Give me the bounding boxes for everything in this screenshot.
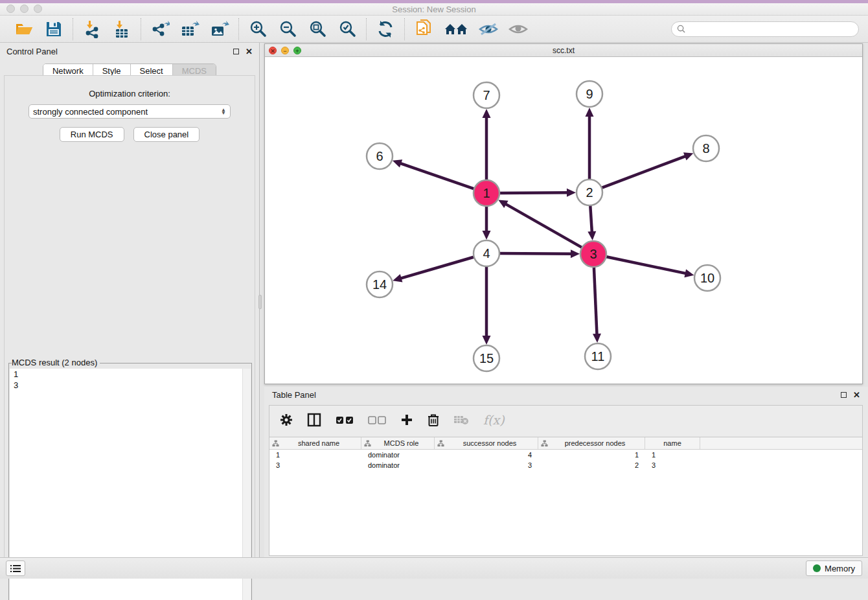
zoom-in-icon[interactable] xyxy=(248,19,268,39)
graph-node-label-14: 14 xyxy=(372,277,387,292)
import-table-icon[interactable] xyxy=(112,19,131,39)
show-all-icon[interactable] xyxy=(508,19,528,39)
graph-edge-arrowhead xyxy=(593,334,601,343)
delete-column-icon[interactable] xyxy=(428,413,439,427)
table-row[interactable]: 1 dominator 4 1 1 xyxy=(269,450,862,460)
graph-edge-1-6[interactable] xyxy=(399,163,475,189)
graph-edge-arrowhead xyxy=(683,152,693,160)
run-mcds-button[interactable]: Run MCDS xyxy=(60,127,124,142)
graph-node-label-7: 7 xyxy=(483,88,490,102)
memory-button[interactable]: Memory xyxy=(806,560,862,576)
cell-shared-name[interactable]: 3 xyxy=(269,460,361,470)
first-neighbors-icon[interactable] xyxy=(444,19,468,39)
network-canvas[interactable]: 7968124314101511 xyxy=(265,57,862,384)
graph-node-label-10: 10 xyxy=(700,271,714,285)
export-image-icon[interactable] xyxy=(210,19,229,39)
maximize-window-button[interactable] xyxy=(34,5,42,13)
close-table-panel-icon[interactable]: ✕ xyxy=(853,391,860,399)
panel-splitter-handle[interactable] xyxy=(258,295,262,309)
graph-edge-arrowhead xyxy=(571,249,580,258)
export-network-icon[interactable] xyxy=(150,19,170,39)
clone-network-icon[interactable] xyxy=(414,19,433,39)
network-close-button[interactable]: ✕ xyxy=(269,47,277,54)
zoom-fit-icon[interactable] xyxy=(308,19,327,39)
graph-node-label-11: 11 xyxy=(591,349,605,363)
network-maximize-button[interactable]: + xyxy=(293,47,301,54)
import-network-icon[interactable] xyxy=(82,19,102,39)
graph-edge-arrowhead xyxy=(567,189,576,197)
criterion-dropdown[interactable]: strongly connected component ▲▼ xyxy=(29,104,231,119)
graph-node-label-4: 4 xyxy=(483,246,490,260)
function-builder-icon[interactable]: f(x) xyxy=(483,413,505,427)
hide-selected-icon[interactable] xyxy=(479,19,498,39)
toolbar-search xyxy=(671,21,859,37)
minimize-window-button[interactable] xyxy=(20,5,29,13)
mcds-panel: Optimization criterion: strongly connect… xyxy=(4,75,255,570)
column-header-successor-nodes[interactable]: successor nodes xyxy=(435,437,538,449)
select-all-icon[interactable] xyxy=(336,416,354,424)
zoom-selected-icon[interactable] xyxy=(337,19,357,39)
cell-mcds-role[interactable]: dominator xyxy=(361,460,435,470)
network-minimize-button[interactable]: − xyxy=(281,47,289,54)
graph-node-label-15: 15 xyxy=(479,351,494,365)
zoom-out-icon[interactable] xyxy=(278,19,297,39)
memory-status-icon xyxy=(813,564,821,572)
float-panel-icon[interactable] xyxy=(233,49,239,54)
float-table-panel-icon[interactable] xyxy=(841,392,847,398)
graph-node-label-6: 6 xyxy=(376,149,383,163)
graph-edge-2-3[interactable] xyxy=(590,204,592,233)
open-file-icon[interactable] xyxy=(14,19,34,39)
cell-name[interactable]: 3 xyxy=(645,460,700,470)
result-line: 3 xyxy=(10,380,251,391)
graph-edge-4-3[interactable] xyxy=(498,253,573,254)
column-view-icon[interactable] xyxy=(307,413,321,427)
cell-predecessor-nodes[interactable]: 1 xyxy=(538,450,645,460)
cell-mcds-role[interactable]: dominator xyxy=(361,450,435,460)
add-column-icon[interactable] xyxy=(400,413,413,426)
graph-edge-arrowhead xyxy=(588,231,596,240)
graph-edge-arrowhead xyxy=(483,109,491,118)
close-panel-icon[interactable]: ✕ xyxy=(246,47,253,56)
window-title: Session: New Session xyxy=(392,5,475,14)
network-window: ✕ − + scc.txt 7968124314101511 xyxy=(264,43,863,384)
window-traffic-lights[interactable] xyxy=(6,5,42,13)
graph-node-label-3: 3 xyxy=(589,247,597,261)
deselect-all-icon[interactable] xyxy=(368,416,386,424)
close-window-button[interactable] xyxy=(6,5,15,13)
cell-successor-nodes[interactable]: 3 xyxy=(435,460,538,470)
graph-edge-arrowhead xyxy=(684,269,694,277)
cell-shared-name[interactable]: 1 xyxy=(269,450,361,460)
main-toolbar xyxy=(0,16,868,43)
graph-edge-4-14[interactable] xyxy=(400,257,475,279)
table-row[interactable]: 3 dominator 3 2 3 xyxy=(269,460,862,470)
network-window-titlebar[interactable]: ✕ − + scc.txt xyxy=(265,44,862,57)
graph-edge-2-8[interactable] xyxy=(600,156,687,188)
graph-edge-3-1[interactable] xyxy=(505,203,584,248)
close-panel-button[interactable]: Close panel xyxy=(133,127,200,142)
node-table: shared name MCDS role successor nodes pr… xyxy=(269,437,862,555)
window-titlebar: Session: New Session xyxy=(0,3,868,16)
save-session-icon[interactable] xyxy=(44,19,63,39)
network-graph[interactable]: 7968124314101511 xyxy=(265,57,862,384)
task-history-button[interactable] xyxy=(6,560,25,576)
cell-predecessor-nodes[interactable]: 2 xyxy=(538,460,645,470)
graph-edge-3-11[interactable] xyxy=(594,266,597,336)
column-header-predecessor-nodes[interactable]: predecessor nodes xyxy=(538,437,645,449)
graph-edge-1-2[interactable] xyxy=(498,192,569,193)
table-options-icon[interactable] xyxy=(280,413,293,426)
column-header-mcds-role[interactable]: MCDS role xyxy=(361,437,435,449)
column-header-shared-name[interactable]: shared name xyxy=(269,437,361,449)
status-bar: Memory xyxy=(0,557,868,579)
column-header-name[interactable]: name xyxy=(645,437,700,449)
search-icon xyxy=(677,25,685,33)
export-table-icon[interactable] xyxy=(180,19,200,39)
search-input[interactable] xyxy=(688,25,853,34)
cell-name[interactable]: 1 xyxy=(645,450,700,460)
delete-table-icon[interactable] xyxy=(453,415,469,425)
graph-edge-arrowhead xyxy=(393,159,402,167)
apply-layout-icon[interactable] xyxy=(376,19,395,39)
table-toolbar: f(x) xyxy=(269,406,862,434)
mcds-result-title: MCDS result (2 nodes) xyxy=(12,358,100,367)
graph-edge-3-10[interactable] xyxy=(605,257,687,274)
cell-successor-nodes[interactable]: 4 xyxy=(435,450,538,460)
